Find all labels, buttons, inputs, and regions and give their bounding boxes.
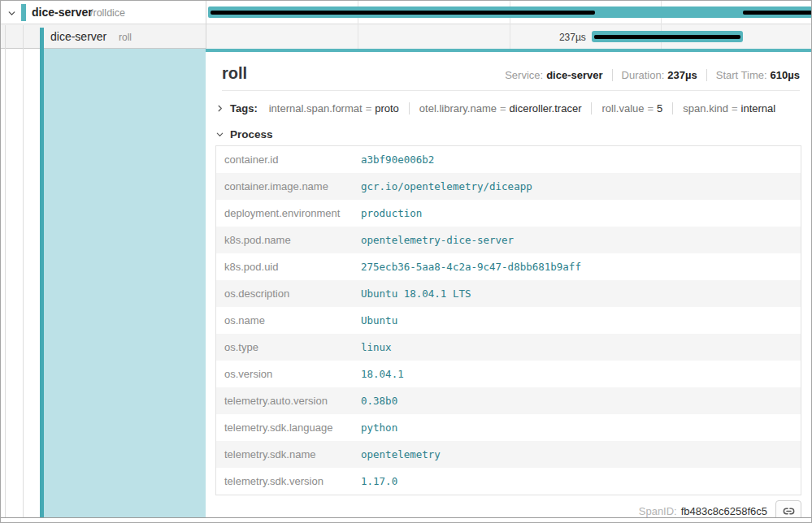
tag-value: 5 [657,102,662,115]
summary-value: 610µs [771,69,800,81]
process-value: 1.17.0 [361,475,397,487]
tag-equals: = [366,102,372,115]
tag-key: otel.library.name [419,102,497,115]
process-key: telemetry.auto.version [224,395,361,407]
summary-label: Service: [505,69,543,81]
process-value: 18.04.1 [361,368,404,380]
summary-value: 237µs [667,69,697,81]
table-row: telemetry.sdk.version1.17.0 [216,468,801,495]
indent-guide [23,25,24,518]
spanid-value: fb483c8c6258f6c5 [681,505,767,517]
table-row: os.descriptionUbuntu 18.04.1 LTS [216,280,801,307]
tag-key: internal.span.format [269,102,363,115]
span-summary: Service:dice-server Duration:237µs Start… [505,69,800,81]
tag-key: roll.value [601,102,644,115]
tag-item: span.kind=internal [672,102,775,115]
table-row: k8s.pod.uid275ecb36-5aa8-4c2a-9c47-d8bb6… [216,253,801,280]
process-key: os.name [224,314,361,326]
table-row: telemetry.sdk.languagepython [216,414,801,441]
summary-label: Duration: [622,69,665,81]
span-footer: SpanID: fb483c8c6258f6c5 [206,500,801,518]
child-span-bar[interactable] [592,31,743,42]
selected-span-highlight [44,49,206,518]
process-key: container.id [224,153,361,166]
process-key: os.description [224,287,361,300]
chevron-right-icon [215,104,224,113]
table-row: telemetry.auto.version0.38b0 [216,387,801,414]
tag-item: otel.library.name=diceroller.tracer [409,102,582,115]
tags-title: Tags: [230,102,258,115]
process-key: k8s.pod.uid [224,261,361,273]
parent-span-bar[interactable] [208,6,812,18]
service-color-chip [21,4,26,21]
tags-toggle[interactable]: Tags: [215,102,258,115]
link-icon [782,504,796,518]
process-toggle[interactable]: Process [215,126,800,142]
process-key: k8s.pod.name [224,234,361,246]
process-value: gcr.io/opentelemetry/diceapp [361,180,532,192]
tag-item: internal.span.format=proto [269,102,399,115]
span-title: roll [222,64,505,83]
process-value: linux [361,341,392,353]
process-key: telemetry.sdk.language [224,421,361,434]
summary-duration: Duration:237µs [612,69,697,81]
summary-value: dice-server [546,69,602,81]
process-value: Ubuntu [361,314,397,326]
service-name: dice-server [50,30,106,43]
process-value: python [361,421,397,434]
parent-self-time-segment [743,11,812,15]
table-row: os.typelinux [216,334,801,361]
service-name: dice-server [32,6,93,19]
process-key: container.image.name [224,180,361,192]
chevron-down-icon[interactable] [7,8,17,19]
process-key: os.version [224,368,361,380]
indent-guide [5,25,6,518]
table-row: container.image.namegcr.io/opentelemetry… [216,173,801,200]
tag-equals: = [732,102,738,115]
child-duration-label: 237µs [559,32,592,43]
tag-equals: = [648,102,654,115]
table-row: deployment.environmentproduction [216,200,801,227]
span-detail-header: roll Service:dice-server Duration:237µs … [222,64,800,83]
tag-value: diceroller.tracer [510,102,582,115]
child-self-time-segment [594,35,740,39]
trace-view: dice-server /rolldice dice-server roll 2… [0,0,812,523]
process-value: 0.38b0 [361,395,397,407]
table-row: k8s.pod.nameopentelemetry-dice-server [216,227,801,253]
spanid-label: SpanID: [639,505,677,517]
header-divider [222,90,800,91]
process-title: Process [230,128,273,140]
process-key: telemetry.sdk.name [224,448,361,460]
tag-list: internal.span.format=proto otel.library.… [269,102,776,115]
process-key: os.type [224,341,361,353]
table-row: container.ida3bf90e006b2 [216,146,801,173]
parent-self-time-segment [211,11,595,15]
tag-item: roll.value=5 [591,102,662,115]
timeline: 237µs [206,1,812,49]
summary-label: Start Time: [716,69,767,81]
tags-section: Tags: internal.span.format=proto otel.li… [215,99,800,117]
operation-name: roll [119,32,132,43]
table-row: os.nameUbuntu [216,307,801,334]
table-row: telemetry.sdk.nameopentelemetry [216,441,801,468]
process-value: a3bf90e006b2 [361,153,434,166]
operation-name: /rolldice [90,7,125,19]
tag-equals: = [500,102,506,115]
tag-value: internal [741,102,776,115]
tag-key: span.kind [683,102,728,115]
deep-link-button[interactable] [775,500,801,518]
span-detail-panel: roll Service:dice-server Duration:237µs … [206,49,811,518]
summary-service: Service:dice-server [505,69,602,81]
process-value: Ubuntu 18.04.1 LTS [361,287,471,300]
process-value: opentelemetry-dice-server [361,234,514,246]
chevron-down-icon [215,130,224,139]
process-value: production [361,207,422,219]
tag-value: proto [375,102,399,115]
process-value: opentelemetry [361,448,441,460]
process-key: telemetry.sdk.version [224,475,361,487]
process-key: deployment.environment [224,207,361,219]
process-table: container.ida3bf90e006b2 container.image… [215,145,801,495]
table-row: os.version18.04.1 [216,361,801,387]
window-bottom-edge [1,517,811,518]
process-value: 275ecb36-5aa8-4c2a-9c47-d8bb681b9aff [361,261,581,273]
